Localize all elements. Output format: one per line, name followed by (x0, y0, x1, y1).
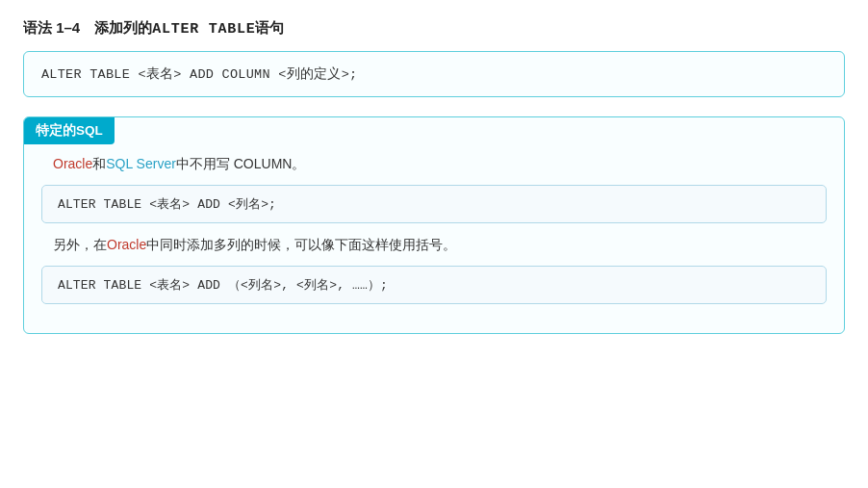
inner-code-block-1: ALTER TABLE <表名> ADD <列名>; (41, 185, 827, 223)
note2-post: 中同时添加多列的时候，可以像下面这样使用括号。 (146, 237, 456, 252)
page-container: 语法 1–4 添加列的ALTER TABLE语句 ALTER TABLE <表名… (23, 19, 845, 334)
special-sql-header-label: 特定的SQL (24, 117, 115, 144)
special-sql-header: 特定的SQL (24, 117, 844, 156)
title-prefix: 语法 1–4 添加列的 (23, 19, 152, 36)
note1-post: 中不用写 COLUMN。 (176, 156, 306, 171)
oracle-label-1: Oracle (53, 156, 92, 171)
title-suffix: 语句 (255, 19, 284, 36)
page-title: 语法 1–4 添加列的ALTER TABLE语句 (23, 19, 845, 38)
inner-code-1-text: ALTER TABLE <表名> ADD <列名>; (58, 197, 276, 212)
note1-mid: 和 (92, 156, 106, 171)
main-code-block: ALTER TABLE <表名> ADD COLUMN <列的定义>; (23, 51, 845, 97)
special-note-1: Oracle和SQL Server中不用写 COLUMN。 (41, 156, 827, 173)
inner-code-2-text: ALTER TABLE <表名> ADD （<列名>, <列名>, ……）; (58, 278, 388, 293)
oracle-label-2: Oracle (107, 237, 146, 252)
special-sql-box: 特定的SQL Oracle和SQL Server中不用写 COLUMN。 ALT… (23, 116, 845, 334)
title-keyword: ALTER TABLE (152, 21, 255, 38)
main-code-text: ALTER TABLE <表名> ADD COLUMN <列的定义>; (41, 67, 357, 82)
special-note-2: 另外，在Oracle中同时添加多列的时候，可以像下面这样使用括号。 (41, 237, 827, 254)
inner-code-block-2: ALTER TABLE <表名> ADD （<列名>, <列名>, ……）; (41, 266, 827, 304)
special-sql-content: Oracle和SQL Server中不用写 COLUMN。 ALTER TABL… (24, 156, 844, 304)
note2-pre: 另外，在 (53, 237, 107, 252)
sqlserver-label: SQL Server (106, 156, 176, 171)
